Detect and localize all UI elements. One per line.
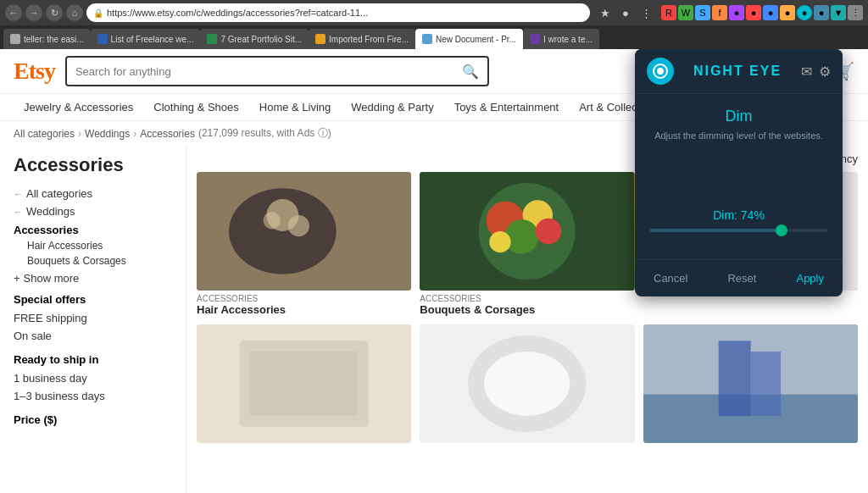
ne-logo-icon bbox=[647, 58, 674, 85]
ext-6[interactable]: ● bbox=[746, 5, 761, 20]
more-icon[interactable]: ⋮ bbox=[637, 4, 654, 21]
ne-settings-icon[interactable]: ⚙ bbox=[819, 64, 831, 80]
sidebar-free-shipping[interactable]: FREE shipping bbox=[14, 309, 172, 327]
address-bar[interactable]: 🔒 https://www.etsy.com/c/weddings/access… bbox=[86, 3, 590, 22]
ext-9[interactable]: ● bbox=[814, 5, 829, 20]
ne-section-dim: Dim bbox=[647, 108, 831, 125]
tab-iwrote[interactable]: I wrote a te... bbox=[523, 29, 599, 49]
ne-chat-icon[interactable]: ✉ bbox=[801, 64, 812, 80]
extensions-icon[interactable]: ● bbox=[617, 4, 634, 21]
home-button[interactable]: ⌂ bbox=[66, 4, 83, 21]
nav-wedding[interactable]: Wedding & Party bbox=[341, 94, 443, 120]
ne-slider-track bbox=[650, 229, 827, 232]
browser-actions: ★ ● ⋮ bbox=[597, 4, 654, 21]
breadcrumb-allcategories[interactable]: All categories bbox=[14, 128, 75, 140]
nighteye-ext-icon[interactable]: ● bbox=[797, 5, 812, 20]
back-button[interactable]: ← bbox=[5, 4, 22, 21]
ne-slider-thumb[interactable] bbox=[776, 224, 787, 236]
search-bar[interactable]: 🔍 bbox=[65, 56, 489, 86]
tab-imported[interactable]: Imported From Fire... bbox=[309, 29, 415, 49]
ext-7[interactable]: ● bbox=[763, 5, 778, 20]
sidebar-weddings-label: Weddings bbox=[26, 205, 75, 218]
browser-chrome: ← → ↻ ⌂ 🔒 https://www.etsy.com/c/wedding… bbox=[0, 0, 868, 49]
sidebar-bouquets[interactable]: Bouquets & Corsages bbox=[27, 253, 172, 269]
ext-4[interactable]: f bbox=[712, 5, 727, 20]
ext-1[interactable]: R bbox=[661, 5, 676, 20]
ext-5[interactable]: ● bbox=[729, 5, 744, 20]
sidebar-all-categories[interactable]: ← All categories bbox=[14, 185, 172, 202]
breadcrumb-sep-1: › bbox=[78, 128, 81, 140]
breadcrumb-accessories[interactable]: Accessories bbox=[140, 128, 195, 140]
product-card-6[interactable] bbox=[643, 324, 858, 446]
svg-point-24 bbox=[657, 68, 664, 75]
tab-portfolio[interactable]: 7 Great Portfolio Sit... bbox=[200, 29, 309, 49]
product-name-2: Bouquets & Corsages bbox=[420, 303, 634, 316]
svg-rect-21 bbox=[718, 341, 750, 416]
reload-button[interactable]: ↻ bbox=[46, 4, 63, 21]
product-card-5[interactable] bbox=[420, 324, 634, 446]
ne-header: NIGHT EYE ✉ ⚙ bbox=[635, 49, 843, 94]
search-icon: 🔍 bbox=[462, 64, 479, 80]
tab-freelance[interactable]: List of Freelance we... bbox=[91, 29, 201, 49]
svg-point-4 bbox=[264, 212, 281, 229]
sidebar-weddings[interactable]: ← Weddings bbox=[14, 202, 172, 220]
svg-point-18 bbox=[484, 352, 570, 416]
ne-apply-button[interactable]: Apply bbox=[789, 269, 831, 288]
product-name-1: Hair Accessories bbox=[197, 303, 411, 316]
show-more-button[interactable]: + Show more bbox=[14, 272, 172, 285]
ext-2[interactable]: W bbox=[678, 5, 693, 20]
tab-newdoc[interactable]: New Document - Pr... bbox=[415, 29, 523, 49]
product-card-4[interactable] bbox=[197, 324, 411, 446]
special-offers-title: Special offers bbox=[14, 293, 172, 306]
on-sale-label: On sale bbox=[14, 330, 52, 342]
nav-toys[interactable]: Toys & Entertainment bbox=[444, 94, 570, 120]
ne-header-icons: ✉ ⚙ bbox=[801, 64, 831, 80]
bookmark-icon[interactable]: ★ bbox=[597, 4, 614, 21]
tab-favicon-imported bbox=[315, 34, 326, 44]
extension-area: R W S f ● ● ● ● ● ● ▼ ⋮ bbox=[661, 5, 863, 20]
search-input[interactable] bbox=[75, 65, 455, 78]
bouquets-label: Bouquets & Corsages bbox=[27, 255, 126, 267]
hair-accessories-label: Hair Accessories bbox=[27, 240, 103, 252]
tab-label-teller: teller: the easi... bbox=[24, 35, 84, 44]
nav-clothing[interactable]: Clothing & Shoes bbox=[143, 94, 248, 120]
tab-label-iwrote: I wrote a te... bbox=[543, 35, 593, 44]
forward-button[interactable]: → bbox=[25, 4, 42, 21]
1-business-day-label: 1 business day bbox=[14, 372, 87, 385]
ext-3[interactable]: S bbox=[695, 5, 710, 20]
product-image-4 bbox=[197, 324, 411, 443]
svg-rect-22 bbox=[750, 352, 780, 416]
ne-slider-container[interactable] bbox=[647, 229, 831, 232]
breadcrumb-weddings[interactable]: Weddings bbox=[85, 128, 130, 140]
svg-point-9 bbox=[504, 219, 539, 254]
tab-teller[interactable]: teller: the easi... bbox=[3, 29, 91, 49]
product-category-1: ACCESSORIES bbox=[197, 294, 411, 303]
night-eye-popup: NIGHT EYE ✉ ⚙ Dim Adjust the dimming lev… bbox=[635, 49, 843, 296]
sidebar-1-3-business-days[interactable]: 1–3 business days bbox=[14, 387, 172, 405]
product-image-6 bbox=[643, 324, 858, 443]
sidebar-hair-accessories[interactable]: Hair Accessories bbox=[27, 238, 172, 253]
more-ext-icon[interactable]: ⋮ bbox=[848, 5, 863, 20]
sidebar-all-categories-label: All categories bbox=[26, 187, 92, 200]
product-image-2 bbox=[420, 172, 634, 291]
nav-jewelry[interactable]: Jewelry & Accessories bbox=[14, 94, 143, 120]
tab-label-imported: Imported From Fire... bbox=[329, 35, 409, 44]
svg-point-3 bbox=[288, 215, 309, 236]
etsy-logo[interactable]: Etsy bbox=[14, 58, 55, 85]
svg-point-10 bbox=[536, 219, 561, 244]
tab-label-newdoc: New Document - Pr... bbox=[436, 35, 516, 44]
product-card-1[interactable]: ACCESSORIES Hair Accessories bbox=[197, 172, 411, 316]
sidebar: Accessories ← All categories ← Weddings … bbox=[0, 146, 186, 493]
browser-controls: ← → ↻ ⌂ bbox=[5, 4, 83, 21]
ext-8[interactable]: ● bbox=[780, 5, 795, 20]
product-image-5 bbox=[420, 324, 634, 443]
browser-tabs: teller: the easi... List of Freelance we… bbox=[0, 25, 868, 49]
price-title: Price ($) bbox=[14, 413, 172, 426]
ne-cancel-button[interactable]: Cancel bbox=[647, 269, 694, 288]
sidebar-1-business-day[interactable]: 1 business day bbox=[14, 369, 172, 387]
nav-home[interactable]: Home & Living bbox=[249, 94, 342, 120]
ext-10[interactable]: ▼ bbox=[831, 5, 846, 20]
sidebar-on-sale[interactable]: On sale bbox=[14, 327, 172, 345]
ne-reset-button[interactable]: Reset bbox=[721, 269, 763, 288]
product-card-2[interactable]: ACCESSORIES Bouquets & Corsages bbox=[420, 172, 634, 316]
